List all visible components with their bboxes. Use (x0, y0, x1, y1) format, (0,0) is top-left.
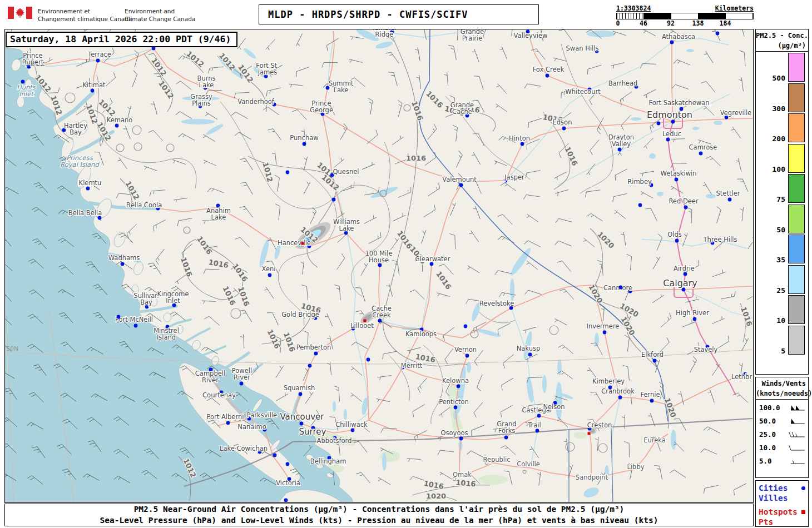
city-label: Lake (339, 225, 354, 232)
city-label: Valleyview (514, 32, 548, 39)
scale-tick: 138 (692, 19, 704, 27)
city-label: Kamloops (405, 330, 437, 338)
city-dot (115, 124, 119, 128)
city-dot (378, 263, 382, 267)
city-dot-icon (801, 486, 805, 490)
us-city-label: Sandpoint (576, 474, 608, 481)
city-label: High River (676, 309, 709, 317)
scale-segment (617, 13, 644, 19)
city-dot (675, 239, 679, 243)
product-title-box: MLDP - HRDPS/SHRPD - CWFIS/SCIFV (259, 4, 539, 24)
pm25-legend-row: 35 (756, 235, 805, 263)
city-label: Camrose (689, 143, 717, 151)
city-dot (459, 437, 463, 441)
city-dot (684, 272, 687, 276)
city-label: Stavely (694, 346, 718, 353)
city-label: Elkford (641, 351, 664, 358)
isobar-label: 1016 (406, 154, 426, 162)
city-label: Lake Cowichan (220, 445, 268, 452)
city-dot (121, 262, 125, 266)
isobar-label: 1020 (426, 492, 446, 500)
city-label: Valley (612, 140, 631, 148)
wind-legend-row: 100.0 (756, 401, 808, 414)
city-dot (454, 406, 458, 410)
city-dot (226, 421, 230, 425)
city-dot (693, 317, 697, 321)
city-dot (286, 171, 290, 175)
city-label: Clearwater (415, 255, 450, 263)
pm25-threshold-value: 50 (776, 226, 785, 233)
city-label: Olds (667, 231, 682, 238)
pm25-color-swatch (788, 113, 805, 142)
city-label: Hinton (509, 135, 530, 142)
wind-barb-icon (783, 442, 806, 452)
city-dot (91, 89, 95, 93)
city-label: Revelstoke (479, 300, 514, 307)
us-city-label: Libby (627, 463, 644, 471)
city-dot (603, 331, 607, 335)
wind-barb (791, 419, 805, 424)
city-label: Cranbrook (601, 387, 635, 395)
city-dot (546, 74, 549, 78)
city-label: River (202, 376, 219, 384)
wind-barb (791, 461, 805, 464)
city-dot (117, 315, 121, 319)
city-dot (716, 32, 720, 36)
wind-legend-units: (knots/noeuds) (756, 387, 808, 397)
wind-barb-icon (783, 456, 806, 466)
city-dot (638, 203, 642, 207)
city-label: Rupert (22, 58, 44, 66)
pm25-threshold-value: 300 (773, 105, 785, 112)
city-label: Bella Coola (126, 201, 162, 209)
city-label: Penticton (439, 398, 469, 406)
city-dot (653, 359, 657, 363)
city-label: Wetaskiwin (660, 170, 696, 177)
city-label: Edmonton (647, 109, 692, 120)
city-dot (464, 325, 468, 328)
caption-line2: Sea-Level Pressure (hPa) and Low-Level W… (100, 515, 658, 526)
city-label: Leduc (662, 130, 681, 138)
city-label: Vernon (454, 346, 477, 353)
pm25-legend-row: 25 (756, 265, 805, 294)
marker-legend: Cities Villes Hotspots Pts chauds (755, 480, 809, 527)
wind-barb-icon (783, 402, 806, 412)
city-dot (666, 138, 670, 142)
pm25-legend-row: 500 (756, 53, 805, 82)
pm25-color-swatch (788, 144, 805, 173)
city-label: Klemtu (79, 179, 102, 187)
agency-name-en: Environment andClimate Change Canada (125, 8, 195, 23)
city-dot (303, 142, 306, 146)
wind-barb (789, 432, 805, 437)
wind-barb-icon (783, 416, 806, 426)
pm25-threshold-value: 100 (773, 166, 785, 173)
city-dot (684, 206, 688, 210)
agency-name-fr: Environnement etChangement climatique Ca… (38, 8, 132, 23)
city-dot (332, 198, 336, 202)
city-dot (308, 364, 312, 368)
pm25-color-swatch (788, 83, 805, 112)
cities-label-fr: Villes (759, 493, 788, 503)
city-dot (728, 198, 732, 202)
city-label: Kitimat (82, 81, 106, 89)
pm25-legend-row: 5 (756, 326, 805, 355)
city-label: Courtenay (202, 391, 236, 399)
valid-time-box: Saturday, 18 April 2026 22:00 PDT (9/46) (6, 32, 237, 47)
pm25-threshold-value: 35 (776, 256, 785, 263)
canada-flag-icon (8, 7, 32, 19)
pm25-threshold-value: 200 (773, 135, 785, 142)
city-label: Surrey (299, 427, 326, 437)
city-label: Quesnel (333, 168, 359, 176)
city-label: Plains (192, 99, 211, 107)
city-label: Lake (334, 86, 349, 94)
city-label: Airdrie (674, 265, 695, 272)
city-label: Edson (553, 118, 572, 126)
map-frame: 1012101210121012101210121012101210121012… (4, 29, 754, 503)
city-dot (351, 429, 355, 432)
city-label: Lillooet (350, 322, 374, 330)
city-label: Pemberton (296, 343, 331, 351)
city-label: Port Alberni (207, 413, 244, 421)
city-dot (536, 429, 539, 433)
wind-legend-row: 25.0 (756, 427, 808, 441)
city-label: Forks (498, 427, 516, 435)
pm25-legend: PM2.5 - Conc. (µg/m³) 500300200100755035… (755, 29, 809, 375)
